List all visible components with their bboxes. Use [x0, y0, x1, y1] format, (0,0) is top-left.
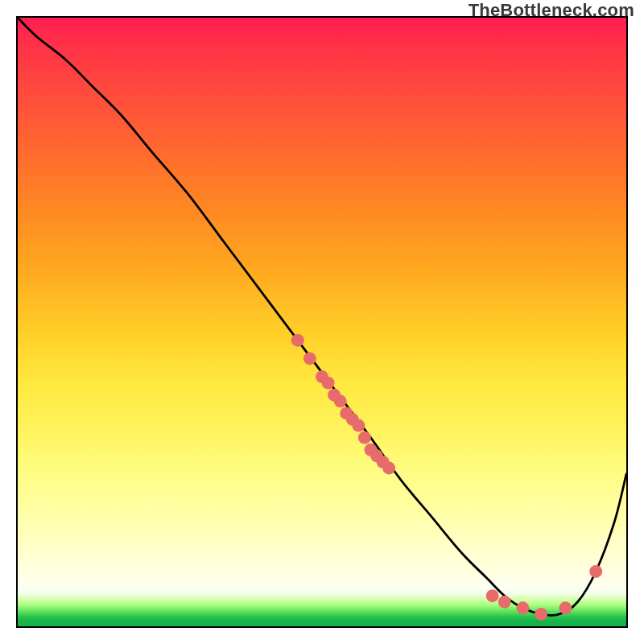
data-point — [352, 419, 365, 432]
points-layer — [291, 334, 602, 621]
curve-layer — [18, 18, 626, 615]
data-point — [535, 608, 547, 621]
data-point — [589, 565, 602, 578]
data-point — [382, 461, 395, 474]
data-point — [322, 377, 335, 390]
data-point — [486, 589, 499, 602]
chart-svg — [18, 18, 626, 626]
data-point — [358, 431, 371, 444]
data-point — [517, 601, 530, 614]
data-point — [498, 596, 511, 609]
chart-container: TheBottleneck.com — [0, 0, 644, 644]
data-point — [303, 352, 316, 365]
bottleneck-curve — [18, 18, 626, 615]
data-point — [559, 601, 572, 614]
plot-area — [16, 16, 628, 628]
data-point — [334, 394, 347, 407]
data-point — [291, 334, 304, 347]
